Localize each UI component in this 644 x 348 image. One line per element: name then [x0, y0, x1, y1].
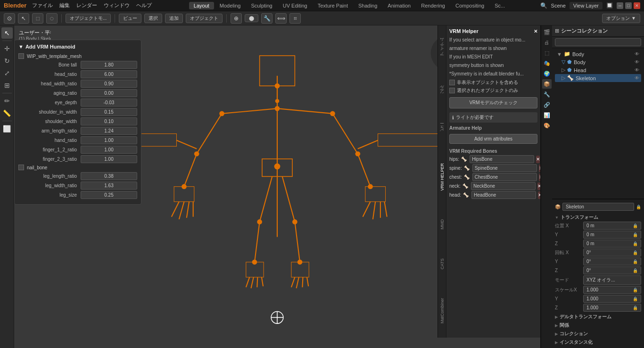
- hips-bone-input[interactable]: [470, 155, 534, 163]
- tab-layout[interactable]: Layout: [189, 2, 214, 9]
- viewport-mode-btn[interactable]: オブジェクトモ...: [66, 14, 111, 23]
- box-select-icon[interactable]: ⬚: [32, 13, 43, 24]
- rot-z-field[interactable]: 0° 🔒: [583, 266, 641, 274]
- collection-body[interactable]: ▼ 📁 Body 👁: [555, 50, 641, 58]
- mode-icon[interactable]: ⊙: [4, 13, 15, 24]
- hips-clear-button[interactable]: ✕: [536, 156, 540, 163]
- head-clear-button[interactable]: ✕: [538, 191, 540, 199]
- vrm-tab-tool[interactable]: ツール: [438, 85, 446, 99]
- finger23-value[interactable]: 1.00: [81, 155, 137, 163]
- vrm-check-button[interactable]: VRMモデルのチェック: [449, 97, 537, 108]
- include-hidden-checkbox[interactable]: [449, 80, 455, 85]
- viewport-canvas[interactable]: ユーザー・平行投影 (1) Body | Skeleton: [14, 25, 540, 338]
- tab-modeling[interactable]: Modeling: [215, 2, 246, 9]
- select-btn[interactable]: 選択: [144, 14, 162, 23]
- shoulder-width-value[interactable]: 0.10: [81, 117, 137, 125]
- scale-y-field[interactable]: 1.000 🔒: [583, 295, 641, 303]
- scale-z-field[interactable]: 1.000 🔒: [583, 304, 641, 312]
- chest-clear-button[interactable]: ✕: [539, 174, 540, 181]
- instancing-section[interactable]: ▶ インスタンス化: [555, 339, 641, 346]
- prop-material-icon[interactable]: 🎨: [542, 121, 552, 130]
- armature-skeleton[interactable]: ▷ 🦴 Skeleton 👁: [555, 74, 641, 82]
- leg-width-value[interactable]: 1.63: [81, 182, 137, 190]
- measure-tool[interactable]: 📏: [1, 108, 13, 119]
- tab-rendering[interactable]: Rendering: [416, 2, 450, 9]
- aging-ratio-value[interactable]: 0.00: [81, 89, 137, 97]
- options-button[interactable]: オプション ▼: [602, 14, 640, 23]
- hand-ratio-value[interactable]: 1.00: [81, 136, 137, 144]
- prop-object-icon[interactable]: 📦: [542, 79, 552, 89]
- menu-window[interactable]: ウィンドウ: [104, 2, 130, 9]
- view-layer-icon[interactable]: 🔲: [606, 2, 613, 8]
- vrm-helper-close[interactable]: ✕: [534, 29, 537, 34]
- mesh-body[interactable]: ▽ ⬟ Body 👁: [555, 58, 641, 66]
- prop-data-icon[interactable]: 📊: [542, 110, 552, 120]
- panel-collapse-arrow[interactable]: ▼: [18, 44, 24, 50]
- vrm-tab-item[interactable]: アイテム: [438, 38, 446, 60]
- neck-clear-button[interactable]: ✕: [537, 182, 540, 190]
- select-tool[interactable]: ↖: [18, 13, 29, 24]
- menu-help[interactable]: ヘルプ: [136, 2, 152, 9]
- neck-bone-input[interactable]: [471, 182, 536, 190]
- scene-icon[interactable]: 🔍: [540, 2, 547, 9]
- tab-sc[interactable]: Sc...: [490, 2, 510, 9]
- more-btn[interactable]: ⌗: [289, 13, 301, 24]
- add-vrm-attributes-button[interactable]: Add vrm attributes: [449, 134, 537, 144]
- pos-z-field[interactable]: 0 m 🔒: [583, 240, 641, 248]
- tab-shading[interactable]: Shading: [354, 2, 382, 9]
- wip-template-checkbox[interactable]: [18, 53, 24, 59]
- vrm-tab-view[interactable]: ビュー: [438, 124, 446, 137]
- tab-compositing[interactable]: Compositing: [451, 2, 489, 9]
- arm-length-value[interactable]: 1.24: [81, 127, 137, 135]
- head-width-value[interactable]: 0.90: [81, 80, 137, 88]
- vrm-helper-tab[interactable]: VRM HELPER: [439, 161, 446, 193]
- menu-render[interactable]: レンダー: [76, 2, 97, 9]
- lasso-icon[interactable]: ◌: [46, 13, 58, 24]
- shoulder-in-value[interactable]: 0.15: [81, 108, 137, 116]
- annotate-tool[interactable]: ✏: [1, 95, 13, 107]
- view-btn[interactable]: ビュー: [119, 14, 141, 23]
- selected-only-checkbox[interactable]: [449, 88, 455, 93]
- vrm-tab-mmd[interactable]: MMD: [439, 217, 446, 232]
- finger12-value[interactable]: 1.00: [81, 146, 137, 154]
- visibility-mesh-body[interactable]: 👁: [635, 59, 639, 65]
- leg-size-value[interactable]: 0.25: [81, 191, 137, 199]
- spine-bone-input[interactable]: [472, 164, 537, 172]
- tab-animation[interactable]: Animation: [383, 2, 415, 9]
- prop-view-layer-icon[interactable]: ⬚: [542, 48, 552, 58]
- add-cube-tool[interactable]: ⬜: [1, 123, 13, 134]
- menu-file[interactable]: ファイル: [32, 2, 53, 9]
- cursor-tool[interactable]: ↖: [1, 27, 13, 39]
- transform-tool[interactable]: ⊞: [1, 80, 13, 91]
- prop-modifiers-icon[interactable]: 🔧: [542, 90, 552, 99]
- prop-constraints-icon[interactable]: 🔗: [542, 100, 552, 109]
- collections-section[interactable]: ▶ コレクション: [555, 331, 641, 337]
- bone-tall-value[interactable]: 1.80: [81, 61, 137, 69]
- maximize-button[interactable]: □: [625, 2, 632, 9]
- viewport[interactable]: ユーザー・平行投影 (1) Body | Skeleton: [14, 25, 540, 348]
- mirror-btn[interactable]: ⟺: [275, 13, 287, 24]
- proportional-edit-btn[interactable]: ⬤: [245, 14, 258, 22]
- object-name-field[interactable]: Skeleton: [562, 203, 634, 211]
- rotate-tool[interactable]: ↻: [1, 55, 13, 66]
- delta-transform-section[interactable]: ▶ デルタトランスフォーム: [555, 314, 641, 320]
- tab-texture-paint[interactable]: Texture Paint: [313, 2, 353, 9]
- visibility-body[interactable]: 👁: [635, 51, 639, 57]
- visibility-head[interactable]: 👁: [635, 67, 639, 73]
- view-layer-label[interactable]: View Layer: [570, 2, 603, 9]
- leg-length-value[interactable]: 0.38: [81, 172, 137, 180]
- mode-field[interactable]: XYZ オイラ...: [583, 275, 641, 285]
- scale-x-field[interactable]: 1.000 🔒: [583, 286, 641, 294]
- move-tool[interactable]: ✛: [1, 43, 13, 54]
- nail-bone-checkbox[interactable]: [18, 165, 24, 170]
- prop-render-icon[interactable]: 🎬: [542, 27, 552, 37]
- tab-sculpting[interactable]: Sculpting: [246, 2, 277, 9]
- rot-y-field[interactable]: 0° 🔒: [583, 257, 641, 265]
- relations-section[interactable]: ▶ 関係: [555, 322, 641, 329]
- transform-section[interactable]: ▼ トランスフォーム: [555, 214, 641, 221]
- chest-bone-input[interactable]: [472, 173, 537, 181]
- scale-tool[interactable]: ⤢: [1, 67, 13, 79]
- prop-output-icon[interactable]: 🖨: [542, 38, 552, 47]
- rot-x-field[interactable]: 0° 🔒: [583, 249, 641, 257]
- menu-edit[interactable]: 編集: [59, 2, 70, 9]
